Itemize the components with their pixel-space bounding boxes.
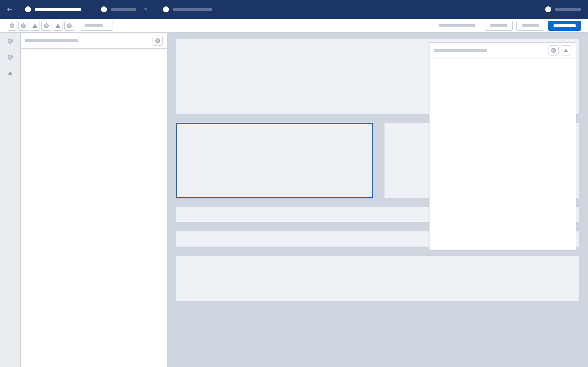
toolbar-search[interactable]: Search (81, 21, 113, 31)
search-placeholder-bar (85, 24, 103, 27)
side-panel-action[interactable]: Panel action (153, 35, 163, 46)
rail-item-3[interactable] (7, 70, 13, 76)
canvas-block-row-3[interactable]: Row 3 (176, 255, 580, 301)
toolbar-secondary-b[interactable]: Action (516, 21, 544, 31)
nav-tab-0[interactable]: Workspace (19, 0, 95, 19)
account-label-bar (555, 8, 581, 11)
secondary-a-bar (490, 24, 507, 27)
row-1-label: Row 1 (176, 207, 177, 207)
top-nav: Back Workspace Project Page Account (0, 0, 588, 19)
inspector-button-a[interactable]: Inspector action A (548, 45, 559, 56)
canvas[interactable]: Hero block Column A (selected) Column B … (168, 33, 588, 367)
side-panel: Panel title Panel action (21, 33, 168, 367)
side-panel-body (21, 49, 167, 367)
circle-icon (10, 23, 14, 28)
side-panel-title-bar (25, 39, 78, 42)
arrow-left-icon (6, 6, 12, 12)
tab-1-icon (101, 6, 107, 12)
nav-tab-1[interactable]: Project (95, 0, 157, 19)
tab-2-icon (163, 6, 169, 12)
toolbar-button-1[interactable] (7, 21, 17, 31)
inspector-header: Inspector Inspector action A Inspector a… (430, 43, 576, 58)
circle-icon (155, 38, 160, 43)
inspector-button-b[interactable]: Inspector action B (561, 45, 571, 56)
tab-0-icon (25, 6, 31, 12)
col-b-label: Column B (384, 123, 385, 123)
triangle-icon (564, 49, 568, 52)
nav-tab-2[interactable]: Page (157, 0, 230, 19)
row-3-label: Row 3 (176, 256, 177, 256)
side-panel-header: Panel title Panel action (21, 33, 167, 49)
circle-icon (8, 39, 13, 44)
col-a-label: Column A (selected) (177, 124, 177, 124)
triangle-icon (55, 24, 61, 28)
hero-label: Hero block (176, 39, 177, 40)
avatar-icon (545, 6, 551, 12)
circle-icon (44, 23, 49, 28)
inspector-body (430, 58, 576, 250)
toolbar-status: Status (439, 24, 476, 27)
rail-item-1[interactable] (7, 38, 13, 44)
toolbar-button-6[interactable] (64, 21, 74, 31)
triangle-icon (8, 71, 13, 75)
inspector-title-bar (434, 49, 487, 52)
toolbar-button-2[interactable] (18, 21, 28, 31)
circle-icon (8, 55, 13, 60)
main-region: Panel title Panel action Hero block Colu… (0, 33, 588, 367)
circle-icon (21, 23, 26, 28)
secondary-b-bar (522, 24, 539, 27)
circle-icon (67, 23, 72, 28)
primary-bar (553, 24, 576, 27)
canvas-block-col-a[interactable]: Column A (selected) (176, 123, 373, 198)
toolbar: Search Status Action Action Publish (0, 19, 588, 33)
tab-2-label-bar (173, 8, 212, 11)
toolbar-button-3[interactable] (30, 21, 40, 31)
rail-item-2[interactable] (7, 54, 13, 60)
toolbar-button-4[interactable] (41, 21, 52, 31)
chevron-down-icon (143, 6, 148, 12)
back-button[interactable]: Back (0, 0, 19, 19)
toolbar-button-5[interactable] (53, 21, 63, 31)
triangle-icon (32, 24, 37, 28)
tab-0-label-bar (35, 8, 81, 11)
circle-icon (551, 48, 556, 53)
inspector-panel[interactable]: Inspector Inspector action A Inspector a… (429, 42, 576, 250)
account-menu[interactable]: Account (545, 6, 588, 12)
tab-1-label-bar (111, 8, 136, 11)
toolbar-secondary-a[interactable]: Action (485, 21, 513, 31)
left-rail (0, 33, 21, 367)
toolbar-primary[interactable]: Publish (548, 21, 581, 31)
